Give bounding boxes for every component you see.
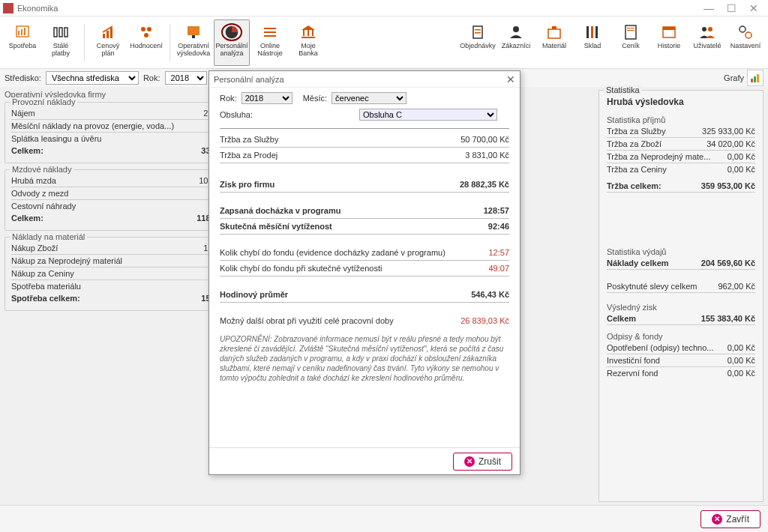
payments-icon (50, 23, 71, 41)
tool-moje-banka[interactable]: Moje Banka (290, 19, 326, 66)
list-item: Splátka leasingu a úvěru2 500 (11, 133, 229, 145)
svg-rect-32 (627, 28, 634, 28)
svg-rect-8 (106, 31, 109, 38)
tool-hodnoceni[interactable]: Hodnocení (128, 19, 164, 66)
tool-stale-platby[interactable]: Stálé platby (43, 19, 79, 66)
list-item: Hrubá mzda109 391 (11, 175, 229, 187)
stredisko-select[interactable]: Všechna střediska (46, 71, 139, 85)
svg-rect-42 (757, 74, 759, 82)
dialog-body: Rok: 2018 Měsíc: červenec Obsluha: Obslu… (209, 88, 520, 447)
tool-historie[interactable]: Historie (651, 19, 687, 66)
svg-rect-35 (663, 27, 675, 30)
settings-icon (735, 23, 756, 41)
list-item: Odvody z mezd9 107 (11, 187, 229, 200)
svg-rect-3 (24, 28, 26, 35)
svg-point-37 (708, 27, 712, 31)
svg-rect-41 (754, 76, 756, 82)
list-item: Nákup za Ceniny0 (11, 267, 229, 280)
rok-select[interactable]: 2018 (165, 71, 207, 85)
svg-rect-15 (264, 28, 276, 29)
svg-rect-26 (548, 29, 560, 38)
grafy-button[interactable] (747, 70, 764, 86)
mzdove-group: Mzdové náklady Hrubá mzda109 391Odvody z… (4, 169, 236, 231)
svg-rect-14 (192, 35, 195, 38)
right-column: Statistika Hrubá výsledovka Statistika p… (594, 87, 768, 505)
svg-rect-21 (302, 37, 315, 38)
list-item: Tržba za Ceniny0,00 Kč (607, 163, 755, 175)
dlg-obsluha-label: Obsluha: (220, 110, 355, 119)
grafy-label: Grafy (724, 73, 744, 82)
list-item: Nájem25 000 (11, 107, 229, 120)
tool-online-nastroje[interactable]: Online Nástroje (252, 19, 288, 66)
dlg-rok-select[interactable]: 2018 (242, 92, 292, 104)
tool-cenovy-plan[interactable]: Cenový plán (90, 19, 126, 66)
tool-operativni-vysledovka[interactable]: Operativní výsledovka (176, 19, 212, 66)
svg-rect-4 (54, 28, 57, 37)
stredisko-label: Středisko: (4, 73, 41, 82)
list-item: Cestovní náhrady0 (11, 200, 229, 212)
dialog-close-button[interactable]: ✕ (506, 73, 515, 85)
tool-material[interactable]: Materiál (536, 19, 572, 66)
chart-icon (750, 73, 760, 83)
list-item: Zapsaná docházka v programu128:57 (220, 203, 509, 219)
svg-rect-19 (308, 30, 309, 36)
main-toolbar: Spotřeba Stálé platby Cenový plán Hodnoc… (0, 16, 768, 69)
list-item: Spotřeba materiálu2 412 (11, 280, 229, 292)
warehouse-icon (582, 23, 603, 41)
svg-point-25 (513, 26, 519, 32)
minimize-button[interactable]: — (698, 0, 720, 16)
svg-rect-1 (18, 31, 20, 35)
dlg-mesic-label: Měsíc: (303, 94, 327, 103)
app-icon (3, 3, 14, 13)
svg-rect-9 (110, 28, 112, 38)
svg-rect-5 (59, 28, 62, 37)
dlg-mesic-select[interactable]: červenec (332, 92, 406, 104)
svg-rect-20 (312, 30, 314, 36)
dialog-warning-text: UPOZORNĚNÍ: Zobrazované informace nemusí… (220, 334, 509, 383)
rok-label: Rok: (143, 73, 160, 82)
svg-rect-30 (596, 26, 598, 38)
tool-zakaznici[interactable]: Zákazníci (498, 19, 534, 66)
svg-rect-6 (64, 28, 68, 37)
tool-cenik[interactable]: Ceník (613, 19, 649, 66)
cancel-icon: ✕ (464, 456, 475, 467)
material-group: Náklady na materiál Nákup Zboží12 708Nák… (4, 237, 236, 311)
svg-rect-28 (586, 26, 589, 38)
close-main-button[interactable]: ✕ Zavřít (700, 510, 760, 528)
svg-rect-18 (303, 30, 304, 36)
list-item: Kolik chybí do fondu při skutečné vytíže… (220, 261, 509, 276)
list-item: Skutečná měsíční vytíženost92:46 (220, 219, 509, 235)
bank-icon (298, 23, 319, 41)
tool-sklad[interactable]: Sklad (574, 19, 610, 66)
operative-icon (183, 23, 204, 41)
tool-objednavky[interactable]: Objednávky (460, 19, 496, 66)
dialog-titlebar: Personální analýza ✕ (209, 71, 520, 88)
list-item: Investiční fond0,00 Kč (607, 354, 755, 367)
list-item: Nákup Zboží12 708 (11, 242, 229, 255)
close-button[interactable]: ✕ (742, 0, 765, 16)
analysis-icon (221, 23, 242, 41)
tool-nastaveni[interactable]: Nastavení (728, 19, 764, 66)
tool-uzivatele[interactable]: Uživatelé (689, 19, 725, 66)
customers-icon (506, 23, 526, 41)
list-item: Rezervní fond0,00 Kč (607, 367, 755, 379)
svg-rect-33 (627, 30, 634, 31)
maximize-button[interactable]: ☐ (720, 0, 742, 16)
svg-rect-40 (751, 79, 753, 82)
history-icon (658, 23, 680, 41)
list-item: Opotřebení (odpisy) techno...0,00 Kč (607, 342, 755, 354)
list-item: Tržba za Prodej3 831,00 Kč (220, 148, 509, 163)
left-column: Operativní výsledovka firmy Provozní nák… (0, 87, 240, 505)
tool-personalni-analyza[interactable]: Personální analýza (214, 19, 250, 66)
dialog-cancel-button[interactable]: ✕ Zrušit (453, 453, 512, 471)
dlg-rok-label: Rok: (220, 94, 237, 103)
list-item: Nákup za Neprodejný materiál0 (11, 255, 229, 267)
dlg-obsluha-select[interactable]: Obsluha C (359, 109, 497, 121)
dialog-footer: ✕ Zrušit (209, 447, 520, 474)
menu-icon (260, 23, 280, 41)
svg-point-38 (740, 26, 746, 32)
rating-icon (136, 23, 157, 41)
orders-icon (467, 23, 488, 41)
users-icon (697, 23, 718, 41)
tool-spotreba[interactable]: Spotřeba (4, 19, 40, 66)
